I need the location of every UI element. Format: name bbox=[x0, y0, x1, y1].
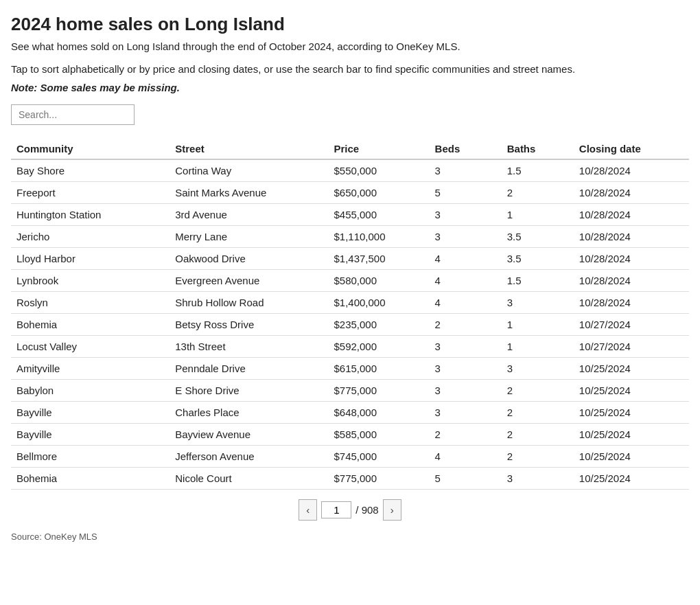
cell-community: Bohemia bbox=[11, 468, 170, 490]
col-header-beds[interactable]: Beds bbox=[430, 139, 502, 159]
cell-closing: 10/25/2024 bbox=[574, 402, 689, 424]
cell-baths: 1.5 bbox=[502, 159, 574, 182]
cell-closing: 10/25/2024 bbox=[574, 358, 689, 380]
cell-street: E Shore Drive bbox=[170, 380, 328, 402]
col-header-street[interactable]: Street bbox=[170, 139, 328, 159]
cell-price: $1,400,000 bbox=[328, 292, 429, 314]
cell-beds: 4 bbox=[430, 248, 502, 270]
cell-beds: 3 bbox=[430, 204, 502, 226]
cell-community: Babylon bbox=[11, 380, 170, 402]
col-header-community[interactable]: Community bbox=[11, 139, 170, 159]
cell-community: Lloyd Harbor bbox=[11, 248, 170, 270]
table-row: BohemiaBetsy Ross Drive$235,0002110/27/2… bbox=[11, 314, 689, 336]
cell-closing: 10/28/2024 bbox=[574, 270, 689, 292]
cell-baths: 2 bbox=[502, 446, 574, 468]
cell-street: Cortina Way bbox=[170, 159, 328, 182]
cell-beds: 5 bbox=[430, 182, 502, 204]
cell-beds: 4 bbox=[430, 292, 502, 314]
table-row: Huntington Station3rd Avenue$455,0003110… bbox=[11, 204, 689, 226]
cell-community: Lynbrook bbox=[11, 270, 170, 292]
page-separator: / 908 bbox=[355, 504, 378, 516]
page-subtitle: See what homes sold on Long Island throu… bbox=[11, 41, 689, 52]
table-row: AmityvillePenndale Drive$615,0003310/25/… bbox=[11, 358, 689, 380]
cell-closing: 10/25/2024 bbox=[574, 424, 689, 446]
cell-baths: 3 bbox=[502, 292, 574, 314]
table-row: JerichoMerry Lane$1,110,00033.510/28/202… bbox=[11, 226, 689, 248]
cell-street: Betsy Ross Drive bbox=[170, 314, 328, 336]
cell-baths: 2 bbox=[502, 182, 574, 204]
col-header-closing[interactable]: Closing date bbox=[574, 139, 689, 159]
cell-community: Bay Shore bbox=[11, 159, 170, 182]
cell-price: $745,000 bbox=[328, 446, 429, 468]
cell-street: Charles Place bbox=[170, 402, 328, 424]
cell-price: $648,000 bbox=[328, 402, 429, 424]
cell-beds: 3 bbox=[430, 159, 502, 182]
cell-community: Bellmore bbox=[11, 446, 170, 468]
cell-community: Roslyn bbox=[11, 292, 170, 314]
cell-street: Penndale Drive bbox=[170, 358, 328, 380]
page-title: 2024 home sales on Long Island bbox=[11, 14, 689, 35]
table-row: BayvilleCharles Place$648,0003210/25/202… bbox=[11, 402, 689, 424]
cell-price: $550,000 bbox=[328, 159, 429, 182]
cell-street: 3rd Avenue bbox=[170, 204, 328, 226]
table-row: LynbrookEvergreen Avenue$580,00041.510/2… bbox=[11, 270, 689, 292]
table-row: Locust Valley13th Street$592,0003110/27/… bbox=[11, 336, 689, 358]
search-bar bbox=[11, 104, 689, 125]
cell-beds: 2 bbox=[430, 424, 502, 446]
cell-community: Huntington Station bbox=[11, 204, 170, 226]
prev-page-button[interactable]: ‹ bbox=[299, 499, 317, 521]
cell-closing: 10/28/2024 bbox=[574, 204, 689, 226]
cell-beds: 2 bbox=[430, 314, 502, 336]
cell-beds: 3 bbox=[430, 226, 502, 248]
cell-community: Bohemia bbox=[11, 314, 170, 336]
source-note: Source: OneKey MLS bbox=[11, 532, 689, 542]
cell-price: $580,000 bbox=[328, 270, 429, 292]
col-header-baths[interactable]: Baths bbox=[502, 139, 574, 159]
next-page-button[interactable]: › bbox=[383, 499, 401, 521]
cell-closing: 10/28/2024 bbox=[574, 292, 689, 314]
cell-beds: 3 bbox=[430, 402, 502, 424]
cell-community: Bayville bbox=[11, 402, 170, 424]
cell-street: Evergreen Avenue bbox=[170, 270, 328, 292]
cell-baths: 3.5 bbox=[502, 248, 574, 270]
cell-street: Nicole Court bbox=[170, 468, 328, 490]
table-row: RoslynShrub Hollow Road$1,400,0004310/28… bbox=[11, 292, 689, 314]
table-row: BellmoreJefferson Avenue$745,0004210/25/… bbox=[11, 446, 689, 468]
cell-street: 13th Street bbox=[170, 336, 328, 358]
col-header-price[interactable]: Price bbox=[328, 139, 429, 159]
cell-price: $615,000 bbox=[328, 358, 429, 380]
cell-baths: 1.5 bbox=[502, 270, 574, 292]
cell-community: Freeport bbox=[11, 182, 170, 204]
cell-street: Shrub Hollow Road bbox=[170, 292, 328, 314]
cell-closing: 10/25/2024 bbox=[574, 446, 689, 468]
cell-street: Jefferson Avenue bbox=[170, 446, 328, 468]
cell-beds: 5 bbox=[430, 468, 502, 490]
cell-baths: 1 bbox=[502, 204, 574, 226]
cell-price: $235,000 bbox=[328, 314, 429, 336]
table-row: BohemiaNicole Court$775,0005310/25/2024 bbox=[11, 468, 689, 490]
cell-closing: 10/25/2024 bbox=[574, 380, 689, 402]
cell-baths: 3 bbox=[502, 468, 574, 490]
page-number-input[interactable] bbox=[321, 501, 351, 518]
cell-closing: 10/27/2024 bbox=[574, 314, 689, 336]
cell-price: $775,000 bbox=[328, 468, 429, 490]
search-input[interactable] bbox=[11, 104, 135, 125]
cell-beds: 4 bbox=[430, 270, 502, 292]
cell-baths: 2 bbox=[502, 380, 574, 402]
table-row: BayvilleBayview Avenue$585,0002210/25/20… bbox=[11, 424, 689, 446]
cell-beds: 4 bbox=[430, 446, 502, 468]
cell-closing: 10/28/2024 bbox=[574, 159, 689, 182]
cell-price: $1,110,000 bbox=[328, 226, 429, 248]
cell-street: Oakwood Drive bbox=[170, 248, 328, 270]
cell-community: Amityville bbox=[11, 358, 170, 380]
table-header: Community Street Price Beds Baths Closin… bbox=[11, 139, 689, 159]
cell-closing: 10/25/2024 bbox=[574, 468, 689, 490]
cell-baths: 3.5 bbox=[502, 226, 574, 248]
cell-baths: 1 bbox=[502, 336, 574, 358]
sales-table: Community Street Price Beds Baths Closin… bbox=[11, 139, 689, 490]
cell-price: $592,000 bbox=[328, 336, 429, 358]
cell-price: $455,000 bbox=[328, 204, 429, 226]
cell-baths: 2 bbox=[502, 402, 574, 424]
cell-street: Saint Marks Avenue bbox=[170, 182, 328, 204]
sort-hint: Tap to sort alphabetically or by price a… bbox=[11, 63, 689, 75]
